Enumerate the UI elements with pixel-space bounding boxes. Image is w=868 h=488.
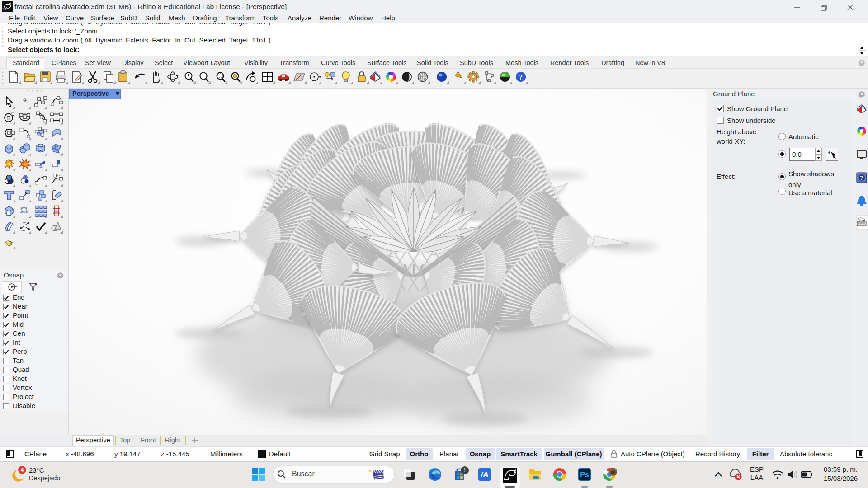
- svg-text:Ps: Ps: [580, 471, 589, 479]
- svg-text:8: 8: [9, 2, 11, 6]
- svg-text:ESP: ESP: [750, 465, 764, 473]
- svg-text:8: 8: [514, 468, 516, 474]
- svg-text:LAA: LAA: [750, 474, 763, 481]
- svg-text:4: 4: [21, 467, 24, 473]
- svg-text:?: ?: [519, 73, 523, 81]
- svg-text:1: 1: [463, 467, 467, 474]
- svg-text:?: ?: [860, 175, 863, 181]
- svg-text:/A: /A: [481, 470, 489, 479]
